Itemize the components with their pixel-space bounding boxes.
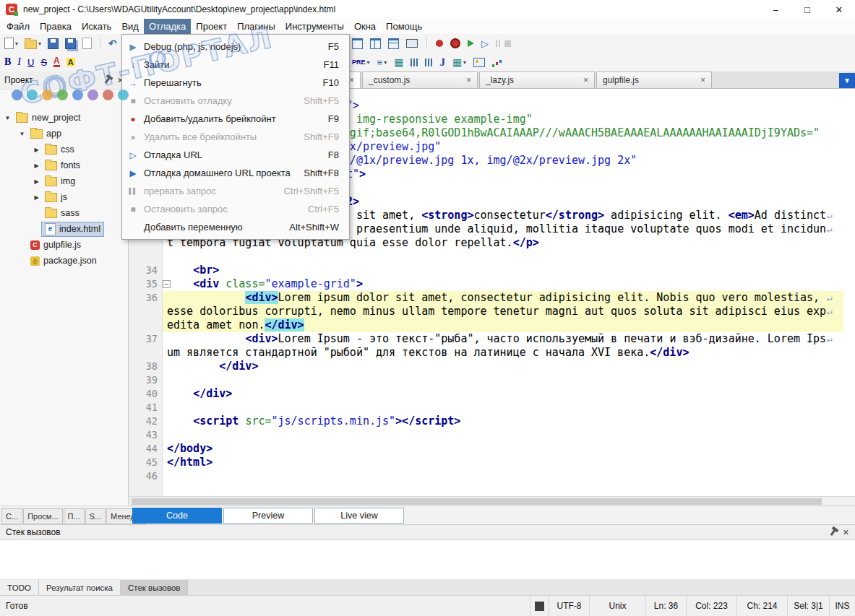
debug-menu-item[interactable]: ▶Debug (php, js, nodejs)F5 [122, 38, 349, 56]
insert-table-icon[interactable]: ▦▾ [452, 57, 466, 67]
side-panel-tab[interactable]: Просм... [23, 508, 62, 524]
menubar-item[interactable]: Окна [349, 19, 381, 34]
editor-tab[interactable]: _custom.js× [362, 71, 478, 88]
record-macro-icon[interactable] [436, 40, 443, 47]
code-line[interactable]: esse doloribus corrupti, nemo minus ulla… [129, 305, 855, 318]
table-icon[interactable]: ▦ [394, 57, 403, 67]
tree-item[interactable]: ▶fonts [0, 157, 128, 173]
editor-horizontal-scrollbar[interactable] [129, 496, 855, 506]
code-line[interactable]: um является стандартной "рыбой" для текс… [129, 346, 855, 360]
code-line[interactable]: 45</html> [129, 456, 855, 469]
code-line[interactable]: 35 <div class="example-grid">– [129, 277, 855, 291]
expander-open-icon[interactable]: ▼ [17, 131, 27, 137]
side-panel-tab[interactable]: S... [85, 508, 106, 524]
view-in-browser-icon[interactable] [406, 39, 418, 48]
stop-macro-icon[interactable] [450, 38, 460, 48]
tab-close-icon[interactable]: × [583, 75, 588, 85]
insert-list-icon[interactable]: ≡▾ [377, 57, 387, 68]
debug-menu-item[interactable]: ▷Отладка URLF8 [122, 146, 349, 164]
menubar-item[interactable]: Помощь [381, 19, 427, 34]
tab-list-dropdown[interactable]: ▼ [839, 73, 855, 88]
code-line[interactable]: 37 <div>Lorem Ipsum - это текст-"рыба", … [129, 332, 855, 346]
jquery-icon[interactable]: J [439, 56, 445, 69]
strikethrough-icon[interactable]: S [40, 57, 47, 68]
save-all-icon[interactable] [65, 38, 76, 49]
menubar-item[interactable]: Плагины [232, 19, 280, 34]
debug-menu-item[interactable]: Добавить переменнуюAlt+Shift+W [122, 218, 349, 236]
menubar-item[interactable]: Искать [77, 19, 117, 34]
close-panel-icon[interactable]: ✕ [843, 528, 849, 537]
menubar-item[interactable]: Инструменты [280, 19, 349, 34]
debug-run-icon[interactable]: ▷ [481, 39, 489, 48]
expander-closed-icon[interactable]: ▶ [32, 194, 41, 201]
code-line[interactable]: 34 <br> [129, 264, 855, 277]
view-tab-live-view[interactable]: Live view [314, 508, 404, 524]
run-script-icon[interactable] [468, 40, 474, 47]
new-file-icon[interactable]: ▾ [4, 38, 18, 49]
font-color-icon[interactable]: A [53, 57, 60, 67]
italic-icon[interactable]: I [17, 56, 21, 68]
tab-close-icon[interactable]: × [349, 75, 354, 85]
undo-icon[interactable]: ↶ [108, 38, 117, 49]
side-panel-tab[interactable]: С... [1, 508, 22, 524]
chart-icon[interactable] [492, 57, 503, 67]
close-file-icon[interactable] [82, 38, 92, 49]
minimize-button[interactable]: – [760, 0, 791, 19]
sort-ascending-icon[interactable] [411, 58, 418, 66]
sort-descending-icon[interactable] [425, 58, 432, 66]
view-code-icon[interactable] [352, 38, 363, 49]
view-tab-code[interactable]: Code [132, 508, 222, 524]
code-line[interactable]: 36 <div>Lorem ipsum dolor sit amet, cons… [129, 291, 855, 305]
tree-item[interactable]: ▼app [0, 126, 128, 142]
code-line[interactable]: 40 </div> [129, 387, 855, 401]
bottom-tab[interactable]: Результат поиска [39, 580, 121, 595]
tree-item[interactable]: {}package.json [0, 253, 128, 269]
editor-tab[interactable]: gulpfile.js× [596, 71, 712, 88]
tree-item[interactable]: sass [0, 205, 128, 221]
tree-item[interactable]: eindex.html [0, 221, 128, 237]
highlight-color-icon[interactable]: A [66, 58, 75, 66]
view-split-icon[interactable] [370, 38, 381, 49]
debug-menu-item[interactable]: ↓ЗайтиF11 [122, 56, 349, 74]
expander-closed-icon[interactable]: ▶ [32, 178, 41, 185]
menubar-item[interactable]: Проект [191, 19, 232, 34]
code-line[interactable]: 44</body> [129, 442, 855, 456]
bottom-tab[interactable]: TODO [0, 580, 39, 595]
menubar-item[interactable]: Файл [1, 19, 35, 34]
expander-closed-icon[interactable]: ▶ [32, 162, 41, 169]
tree-item[interactable]: ▶css [0, 142, 128, 157]
debug-menu-item[interactable]: →ПерешагнутьF10 [122, 74, 349, 92]
expander-open-icon[interactable]: ▼ [3, 115, 12, 121]
code-line[interactable]: 46 [129, 469, 855, 483]
tab-close-icon[interactable]: × [700, 75, 705, 85]
editor-tab[interactable]: _lazy.js× [479, 71, 595, 88]
bold-icon[interactable]: B [4, 56, 11, 68]
menubar-item[interactable]: Правка [35, 19, 77, 34]
fold-icon[interactable]: – [163, 280, 171, 288]
debug-menu-item[interactable]: ●Добавить/удалить брейкпойнтF9 [122, 110, 349, 128]
close-button[interactable]: ✕ [823, 0, 855, 19]
debug-menu-item[interactable]: ▶Отладка домашнего URL проектаShift+F8 [122, 164, 349, 182]
expander-closed-icon[interactable]: ▶ [32, 147, 41, 153]
menubar-item[interactable]: Отладка [144, 19, 191, 34]
code-line[interactable]: 42 <script src="js/scripts.min.js"></scr… [129, 415, 855, 428]
code-line[interactable]: 39 [129, 373, 855, 387]
bottom-tab[interactable]: Стек вызовов [121, 580, 188, 595]
tree-item[interactable]: Cgulpfile.js [0, 237, 128, 253]
code-line[interactable]: 38 </div> [129, 360, 855, 373]
maximize-button[interactable]: □ [791, 0, 823, 19]
code-line[interactable] [129, 250, 855, 264]
save-icon[interactable] [48, 38, 59, 49]
underline-icon[interactable]: U [27, 57, 34, 68]
tab-close-icon[interactable]: × [466, 75, 471, 85]
tree-item[interactable]: ▶img [0, 173, 128, 189]
view-preview-icon[interactable] [388, 38, 399, 49]
code-line[interactable]: 43 [129, 428, 855, 442]
open-file-icon[interactable]: ▾ [25, 38, 41, 49]
pre-tag-icon[interactable]: PRE▾ [352, 58, 370, 66]
insert-image-icon[interactable] [473, 58, 485, 67]
side-panel-tab[interactable]: П... [64, 508, 85, 524]
tree-item[interactable]: ▼new_project [0, 110, 128, 126]
menubar-item[interactable]: Вид [116, 19, 144, 34]
tree-item[interactable]: ▶js [0, 189, 128, 205]
